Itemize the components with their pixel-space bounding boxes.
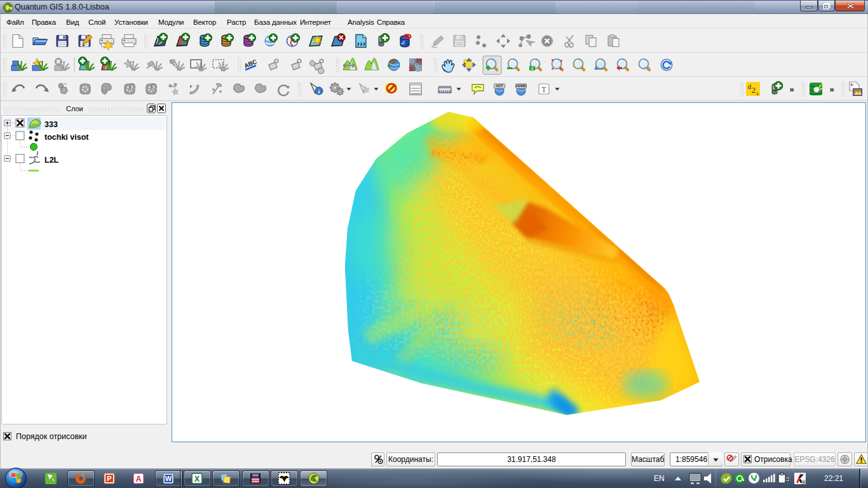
svg-text:d: d (748, 83, 752, 90)
svg-text:L2L: L2L (44, 156, 59, 165)
svg-text:P: P (107, 475, 111, 482)
svg-text:HOT: HOT (496, 84, 503, 88)
svg-text:A: A (136, 475, 142, 484)
svg-text:2: 2 (752, 86, 756, 95)
svg-text:»: » (789, 85, 794, 94)
svg-text:»: » (829, 85, 834, 94)
svg-text:X: X (194, 475, 200, 484)
svg-text:X: X (130, 84, 134, 90)
svg-text:HOME: HOME (516, 84, 527, 88)
svg-text:333: 333 (44, 120, 58, 129)
svg-text:s: s (756, 90, 759, 97)
svg-text:X: X (152, 84, 156, 90)
svg-text:T: T (541, 85, 546, 94)
svg-text:tochki visot: tochki visot (44, 133, 89, 142)
svg-text:W: W (165, 475, 172, 482)
